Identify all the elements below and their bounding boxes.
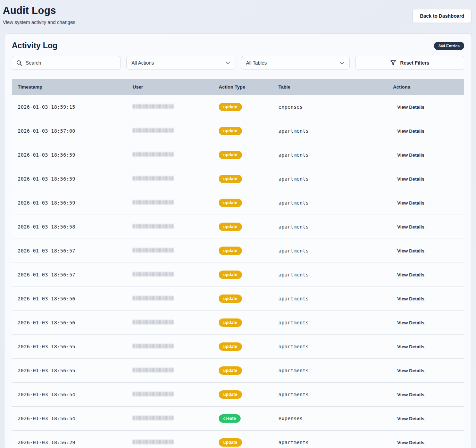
user-cell [127,343,213,350]
table-name-cell: expenses [273,416,387,421]
action-type-cell: update [213,175,273,183]
actions-cell: View Details [387,391,464,398]
user-email-redacted [133,248,174,252]
table-row: 2026-01-03 18:56:57 update apartments Vi… [12,239,464,263]
page-header: Audit Logs View system activity and chan… [0,0,476,25]
user-cell [127,415,213,422]
user-email-redacted [133,320,174,324]
view-details-link[interactable]: View Details [397,176,425,182]
table-row: 2026-01-03 18:56:55 update apartments Vi… [12,358,464,382]
view-details-link[interactable]: View Details [397,224,425,230]
view-details-link[interactable]: View Details [397,248,425,254]
action-type-badge: update [219,318,242,327]
view-details-link[interactable]: View Details [397,296,425,301]
table-row: 2026-01-03 18:56:58 update apartments Vi… [12,215,464,239]
user-email-redacted [133,152,174,157]
timestamp-cell: 2026-01-03 18:56:54 [12,392,127,397]
panel-header: Activity Log 344 Entries [12,41,464,50]
table-row: 2026-01-03 18:56:59 update apartments Vi… [12,143,464,167]
actions-cell: View Details [387,272,464,278]
user-email-redacted [133,368,174,372]
action-type-cell: update [213,318,273,327]
chevron-down-icon [340,61,344,65]
table-row: 2026-01-03 18:57:00 update apartments Vi… [12,119,464,143]
action-type-cell: update [213,342,273,351]
view-details-link[interactable]: View Details [397,416,425,421]
table-row: 2026-01-03 18:56:54 create expenses View… [12,406,464,430]
chevron-down-icon [225,61,230,65]
page-subtitle: View system activity and changes [3,19,75,25]
view-details-link[interactable]: View Details [397,392,425,397]
table-name-cell: apartments [273,296,387,301]
timestamp-cell: 2026-01-03 18:56:57 [12,248,127,254]
table-name-cell: apartments [273,320,387,325]
back-to-dashboard-button[interactable]: Back to Dashboard [412,9,471,23]
view-details-link[interactable]: View Details [397,128,425,134]
table-name-cell: apartments [273,344,387,349]
user-email-redacted [133,104,174,109]
search-box[interactable] [12,56,121,70]
table-name-cell: apartments [273,392,387,397]
filter-bar: All Actions All Tables Reset Filters [12,56,464,70]
actions-cell: View Details [387,176,464,182]
view-details-link[interactable]: View Details [397,320,425,325]
action-type-badge: update [219,175,242,183]
timestamp-cell: 2026-01-03 18:56:57 [12,272,127,277]
user-email-redacted [133,176,174,181]
user-cell [127,320,213,326]
timestamp-cell: 2026-01-03 18:56:59 [12,200,127,206]
timestamp-cell: 2026-01-03 18:56:56 [12,296,127,301]
timestamp-cell: 2026-01-03 18:56:59 [12,176,127,182]
actions-cell: View Details [387,367,464,374]
table-name-cell: apartments [273,152,387,158]
view-details-link[interactable]: View Details [397,272,425,277]
action-type-cell: update [213,294,273,303]
user-cell [127,152,213,158]
user-email-redacted [133,272,174,276]
action-type-cell: update [213,366,273,375]
view-details-link[interactable]: View Details [397,200,425,206]
actions-filter-select[interactable]: All Actions [126,56,235,70]
timestamp-cell: 2026-01-03 18:56:29 [12,440,127,445]
table-row: 2026-01-03 18:56:59 update apartments Vi… [12,191,464,215]
timestamp-cell: 2026-01-03 18:56:59 [12,152,127,158]
actions-cell: View Details [387,343,464,350]
action-type-badge: update [219,223,242,231]
user-email-redacted [133,344,174,348]
tables-filter-select[interactable]: All Tables [241,56,350,70]
view-details-link[interactable]: View Details [397,440,425,445]
user-email-redacted [133,416,174,420]
user-cell [127,248,213,254]
search-input[interactable] [26,60,116,66]
timestamp-cell: 2026-01-03 18:56:58 [12,224,127,230]
view-details-link[interactable]: View Details [397,105,425,110]
user-cell [127,224,213,230]
table-row: 2026-01-03 18:56:56 update apartments Vi… [12,310,464,334]
view-details-link[interactable]: View Details [397,344,425,349]
action-type-badge: update [219,390,242,399]
tables-filter-value: All Tables [246,60,267,66]
actions-filter-value: All Actions [132,60,154,66]
user-cell [127,296,213,302]
table-name-cell: apartments [273,128,387,134]
actions-cell: View Details [387,152,464,158]
action-type-badge: update [219,103,242,111]
view-details-link[interactable]: View Details [397,368,425,373]
action-type-cell: update [213,223,273,231]
action-type-cell: update [213,247,273,255]
action-type-cell: create [213,414,273,423]
column-header-user: User [127,84,213,90]
user-cell [127,391,213,398]
action-type-badge: update [219,247,242,255]
panel-title: Activity Log [12,41,58,50]
table-name-cell: apartments [273,368,387,373]
action-type-badge: update [219,127,242,135]
reset-filters-button[interactable]: Reset Filters [355,56,464,70]
action-type-badge: update [219,438,242,447]
actions-cell: View Details [387,224,464,230]
user-cell [127,439,213,446]
view-details-link[interactable]: View Details [397,152,425,158]
activity-log-panel: Activity Log 344 Entries All Actions All… [4,33,472,448]
timestamp-cell: 2026-01-03 18:56:56 [12,320,127,325]
actions-cell: View Details [387,439,464,446]
